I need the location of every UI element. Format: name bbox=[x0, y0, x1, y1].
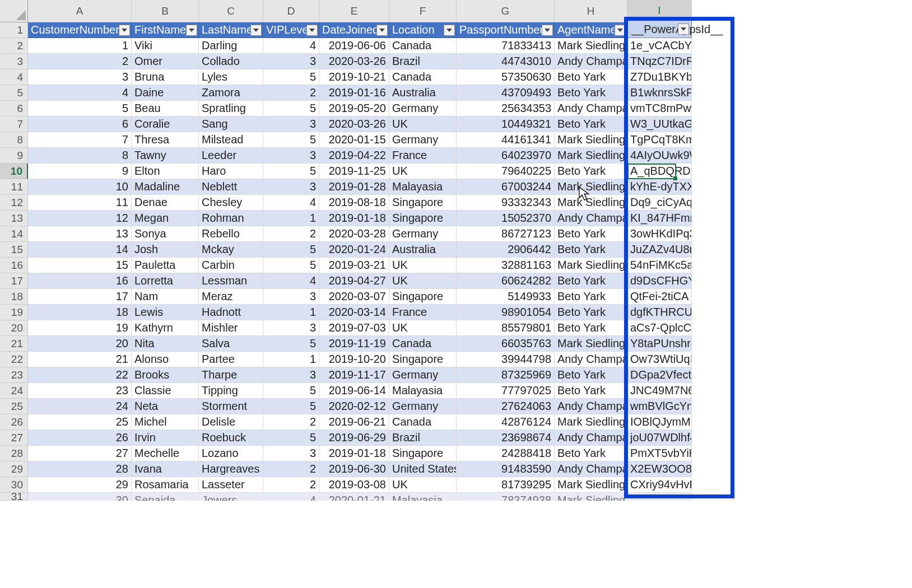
row-header-21[interactable]: 21 bbox=[0, 336, 28, 352]
cell-E31[interactable]: 2020-01-21 bbox=[319, 493, 389, 501]
cell-B27[interactable]: Irvin bbox=[132, 430, 199, 446]
table-header-powerappsid[interactable]: __PowerAppsId__ bbox=[627, 20, 692, 38]
cell-A7[interactable]: 6 bbox=[28, 116, 132, 132]
cell-H15[interactable]: Beto Yark bbox=[555, 242, 627, 258]
cell-C16[interactable]: Carbin bbox=[199, 258, 263, 273]
cell-B3[interactable]: Omer bbox=[132, 54, 199, 69]
cell-A13[interactable]: 12 bbox=[28, 211, 132, 226]
cell-C26[interactable]: Delisle bbox=[199, 414, 263, 430]
row-header-20[interactable]: 20 bbox=[0, 320, 28, 336]
cell-D31[interactable]: 4 bbox=[263, 493, 319, 501]
cell-C11[interactable]: Neblett bbox=[199, 179, 263, 195]
cell-H26[interactable]: Mark Siedling bbox=[555, 414, 627, 430]
cell-E4[interactable]: 2019-10-21 bbox=[319, 69, 389, 85]
cell-F23[interactable]: Germany bbox=[389, 367, 457, 383]
cell-F8[interactable]: Germany bbox=[389, 132, 457, 148]
cell-G22[interactable]: 39944798 bbox=[457, 352, 555, 367]
cell-H6[interactable]: Andy Champan bbox=[555, 101, 627, 116]
filter-dropdown-icon[interactable] bbox=[376, 25, 388, 36]
cell-E20[interactable]: 2019-07-03 bbox=[319, 320, 389, 336]
cell-G15[interactable]: 2906442 bbox=[457, 242, 555, 258]
cell-B10[interactable]: Elton bbox=[132, 164, 199, 179]
cell-D20[interactable]: 3 bbox=[263, 320, 319, 336]
cell-A8[interactable]: 7 bbox=[28, 132, 132, 148]
cell-C31[interactable]: Jowers bbox=[199, 493, 263, 501]
cell-F6[interactable]: Germany bbox=[389, 101, 457, 116]
cell-H16[interactable]: Mark Siedling bbox=[555, 258, 627, 273]
cell-C5[interactable]: Zamora bbox=[199, 85, 263, 101]
cell-C3[interactable]: Collado bbox=[199, 54, 263, 69]
cell-B29[interactable]: Ivana bbox=[132, 461, 199, 477]
row-header-1[interactable]: 1 bbox=[0, 22, 28, 38]
filter-dropdown-icon[interactable] bbox=[119, 25, 130, 36]
cell-D4[interactable]: 5 bbox=[263, 69, 319, 85]
cell-I29[interactable]: X2EW3OO8FtM bbox=[627, 461, 692, 477]
column-header-D[interactable]: D bbox=[263, 0, 319, 22]
cell-F10[interactable]: UK bbox=[389, 164, 457, 179]
cell-I14[interactable]: 3owHKdIPq3g bbox=[627, 226, 692, 242]
column-header-B[interactable]: B bbox=[132, 0, 199, 22]
row-header-25[interactable]: 25 bbox=[0, 399, 28, 414]
cell-D2[interactable]: 4 bbox=[263, 38, 319, 54]
cell-D6[interactable]: 5 bbox=[263, 101, 319, 116]
cell-F7[interactable]: UK bbox=[389, 116, 457, 132]
filter-dropdown-icon[interactable] bbox=[615, 25, 626, 36]
cell-H3[interactable]: Andy Champan bbox=[555, 54, 627, 69]
cell-D11[interactable]: 3 bbox=[263, 179, 319, 195]
cell-G21[interactable]: 66035763 bbox=[457, 336, 555, 352]
cell-G28[interactable]: 24288418 bbox=[457, 446, 555, 461]
cell-I17[interactable]: d9DsCFHGYrk bbox=[627, 273, 692, 289]
row-header-27[interactable]: 27 bbox=[0, 430, 28, 446]
cell-B19[interactable]: Lewis bbox=[132, 305, 199, 320]
cell-E12[interactable]: 2019-08-18 bbox=[319, 195, 389, 211]
cell-I5[interactable]: B1wknrsSkPI bbox=[627, 85, 692, 101]
row-header-31[interactable]: 31 bbox=[0, 493, 28, 501]
cell-H20[interactable]: Beto Yark bbox=[555, 320, 627, 336]
cell-G5[interactable]: 43709493 bbox=[457, 85, 555, 101]
cell-E5[interactable]: 2019-01-16 bbox=[319, 85, 389, 101]
row-header-6[interactable]: 6 bbox=[0, 101, 28, 116]
table-header-datejoined[interactable]: DateJoined bbox=[319, 22, 389, 38]
cell-H7[interactable]: Beto Yark bbox=[555, 116, 627, 132]
cell-C19[interactable]: Hadnott bbox=[199, 305, 263, 320]
table-header-viplevel[interactable]: VIPLevel bbox=[263, 22, 319, 38]
cell-D12[interactable]: 4 bbox=[263, 195, 319, 211]
cell-H18[interactable]: Beto Yark bbox=[555, 289, 627, 305]
row-header-19[interactable]: 19 bbox=[0, 305, 28, 320]
cell-A22[interactable]: 21 bbox=[28, 352, 132, 367]
cell-I10[interactable]: A_qBDQRDXFk bbox=[627, 164, 692, 179]
cell-I30[interactable]: CXriy94vHvE bbox=[627, 477, 692, 493]
cell-B25[interactable]: Neta bbox=[132, 399, 199, 414]
table-header-location[interactable]: Location bbox=[389, 22, 457, 38]
cell-D25[interactable]: 5 bbox=[263, 399, 319, 414]
cell-E2[interactable]: 2019-06-06 bbox=[319, 38, 389, 54]
cell-B5[interactable]: Daine bbox=[132, 85, 199, 101]
row-header-10[interactable]: 10 bbox=[0, 164, 28, 179]
cell-H30[interactable]: Mark Siedling bbox=[555, 477, 627, 493]
cell-D30[interactable]: 2 bbox=[263, 477, 319, 493]
cell-E15[interactable]: 2020-01-24 bbox=[319, 242, 389, 258]
column-header-E[interactable]: E bbox=[319, 0, 389, 22]
cell-C10[interactable]: Haro bbox=[199, 164, 263, 179]
cell-H13[interactable]: Andy Champan bbox=[555, 211, 627, 226]
cell-B21[interactable]: Nita bbox=[132, 336, 199, 352]
cell-I27[interactable]: joU07WDlhf4 bbox=[627, 430, 692, 446]
cell-G4[interactable]: 57350630 bbox=[457, 69, 555, 85]
cell-I12[interactable]: Dq9_ciCyAq8 bbox=[627, 195, 692, 211]
row-header-4[interactable]: 4 bbox=[0, 69, 28, 85]
cell-B22[interactable]: Alonso bbox=[132, 352, 199, 367]
cell-G3[interactable]: 44743010 bbox=[457, 54, 555, 69]
cell-I25[interactable]: wmBVlGcYnyY bbox=[627, 399, 692, 414]
cell-E30[interactable]: 2019-03-08 bbox=[319, 477, 389, 493]
cell-D14[interactable]: 2 bbox=[263, 226, 319, 242]
cell-I8[interactable]: TgPCqT8KmEA bbox=[627, 132, 692, 148]
cell-F29[interactable]: United States bbox=[389, 461, 457, 477]
cell-A23[interactable]: 22 bbox=[28, 367, 132, 383]
cell-H23[interactable]: Beto Yark bbox=[555, 367, 627, 383]
row-header-8[interactable]: 8 bbox=[0, 132, 28, 148]
cell-E17[interactable]: 2019-04-27 bbox=[319, 273, 389, 289]
cell-A5[interactable]: 4 bbox=[28, 85, 132, 101]
cell-G26[interactable]: 42876124 bbox=[457, 414, 555, 430]
cell-B24[interactable]: Classie bbox=[132, 383, 199, 399]
cell-I6[interactable]: vmTC8mPw4Jg bbox=[627, 101, 692, 116]
